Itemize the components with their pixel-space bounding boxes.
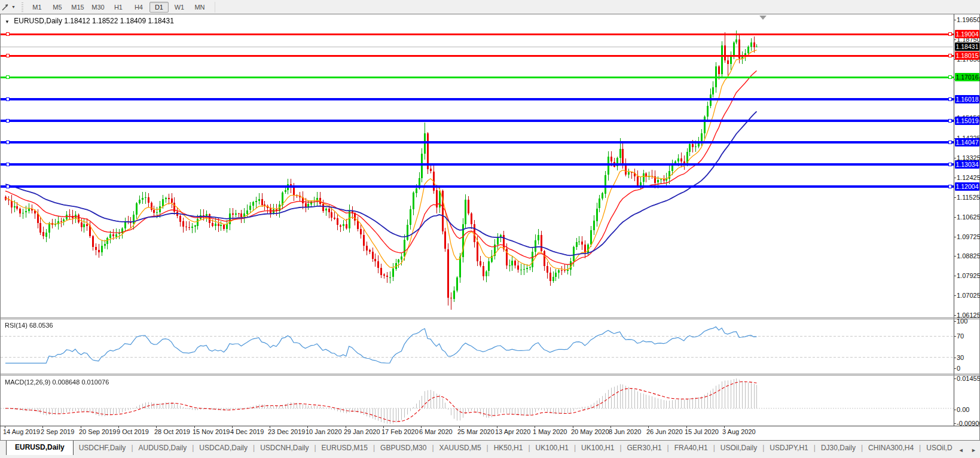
chart-tab-bar: EURUSD,DailyUSDCHF,Daily|AUDUSD,Daily|US… [0,441,980,455]
current-price-badge: 1.18431 [955,42,979,51]
tab-scroll-right-icon[interactable]: ► [971,447,976,453]
rsi-axis-tick [954,336,956,337]
date-label: 28 Oct 2019 [154,428,190,435]
rsi-axis-label: 100 [957,317,967,325]
price-axis-tick [954,276,956,276]
timeframe-button-m30[interactable]: M30 [88,2,108,13]
tab-eurusd-m15[interactable]: EURUSD,M15 [316,441,373,455]
macd-axis-label: -0.009001 [957,420,980,427]
price-axis-tick [954,197,956,198]
status-bar [0,455,980,458]
date-label: 2 Sep 2019 [41,428,74,435]
date-label: 10 Jan 2020 [306,428,342,435]
tab-fra40-h1[interactable]: FRA40,H1 [669,441,713,455]
tab-usoil-daily[interactable]: USOil,Daily [715,441,762,455]
price-axis-tick [954,39,956,40]
price-level-badge: 1.17016 [955,73,979,81]
tab-gbpusd-m30[interactable]: GBPUSD,M30 [375,441,432,455]
macd-axis-tick [954,423,956,424]
macd-indicator-canvas[interactable] [1,375,954,426]
chart-menu-icon[interactable]: ▼ [5,19,10,25]
cursor-tool-icon[interactable] [1,2,10,12]
price-axis-tick [954,256,956,257]
toolbar-grip[interactable] [22,2,23,12]
timeframe-button-w1[interactable]: W1 [170,2,189,13]
price-axis-divider [954,14,954,426]
panel-separator[interactable] [0,317,980,318]
timeframe-button-m1[interactable]: M1 [28,2,47,13]
price-tick-label: 1.11525 [957,194,980,201]
date-label: 20 May 2020 [571,428,609,435]
price-tick-label: 1.19650 [957,16,980,23]
date-label: 14 Aug 2019 [3,428,40,435]
rsi-axis-label: 30 [957,354,964,361]
rsi-label: RSI(14) 68.0536 [5,322,53,329]
date-label: 1 May 2020 [533,428,567,435]
timeframe-button-mn[interactable]: MN [190,2,209,13]
price-chart-canvas[interactable] [1,15,954,317]
date-label: 13 Apr 2020 [495,428,530,435]
macd-axis-label: 0.014556 [957,375,980,382]
chart-title: ▼ EURUSD,Daily 1.18412 1.18522 1.18409 1… [5,17,174,25]
tab-usdcad-daily[interactable]: USDCAD,Daily [194,441,253,455]
tab-usdjpy-h1[interactable]: USDJPY,H1 [764,441,813,455]
rsi-axis-tick [954,358,956,358]
rsi-axis-label: 70 [957,332,964,340]
tab-hk50-h1[interactable]: HK50,H1 [489,441,529,455]
panel-separator[interactable] [0,374,980,374]
timeframe-button-h1[interactable]: H1 [109,2,128,13]
date-label: 20 Sep 2019 [79,428,116,435]
rsi-axis-label: 0 [957,365,960,372]
tab-audusd-daily[interactable]: AUDUSD,Daily [133,441,193,455]
price-level-badge: 1.13034 [955,160,979,169]
macd-axis-tick [954,378,956,379]
macd-axis-label: 0.00 [957,406,969,413]
time-axis-line [0,426,980,426]
tab-usdcnh-daily[interactable]: USDCNH,Daily [255,441,314,455]
chart-symbol-label: EURUSD,Daily [14,17,62,25]
date-label: 15 Nov 2019 [193,428,230,435]
chart-ohlc-values: 1.18412 1.18522 1.18409 1.18431 [64,17,174,25]
timeframe-button-m5[interactable]: M5 [48,2,67,13]
tab-eurusd-daily[interactable]: EURUSD,Daily [6,441,74,455]
panel-separator[interactable] [0,319,980,319]
price-axis-tick [954,178,956,178]
date-label: 6 Mar 2020 [419,428,453,435]
tab-xauusd-m5[interactable]: XAUUSD,M5 [434,441,487,455]
date-label: 8 Jun 2020 [609,428,641,435]
price-axis-tick [954,158,956,158]
panel-separator[interactable] [0,375,980,375]
tab-uk100-h1[interactable]: UK100,H1 [576,441,619,455]
tab-ger30-h1[interactable]: GER30,H1 [622,441,667,455]
tab-china300-h4[interactable]: CHINA300,H4 [863,441,919,455]
tab-uk100-h1[interactable]: UK100,H1 [530,441,574,455]
tab-dj30-daily[interactable]: DJ30,Daily [816,441,861,455]
price-tick-label: 1.12425 [957,174,980,181]
price-axis-tick [954,295,956,296]
date-label: 25 Mar 2020 [457,428,494,435]
price-axis-tick [954,217,956,218]
tab-scroll-left-icon[interactable]: ◄ [958,447,964,453]
macd-label: MACD(12,26,9) 0.008648 0.010076 [5,378,109,386]
toolbar-divider [215,2,215,13]
price-axis-tick [954,315,956,316]
date-label: 23 Dec 2019 [268,428,305,435]
tab-usdchf-daily[interactable]: USDCHF,Daily [74,441,132,455]
date-label: 4 Dec 2019 [230,428,264,435]
price-level-badge: 1.12004 [955,182,979,191]
timeframe-button-h4[interactable]: H4 [129,2,148,13]
timeframe-button-d1[interactable]: D1 [149,2,169,13]
toolbar: ▼ M1M5M15M30H1H4D1W1MN [0,0,980,14]
cursor-dropdown-caret-icon[interactable]: ▼ [11,5,16,9]
price-level-badge: 1.19004 [955,30,979,38]
rsi-axis-tick [954,368,956,369]
price-level-badge: 1.16018 [955,95,979,103]
timeframe-button-m15[interactable]: M15 [68,2,87,13]
price-level-badge: 1.15019 [955,117,979,125]
price-tick-label: 1.10625 [957,213,980,221]
chart-tabs: EURUSD,DailyUSDCHF,Daily|AUDUSD,Daily|US… [0,441,958,455]
price-tick-label: 1.07025 [957,292,980,299]
rsi-indicator-canvas[interactable] [1,319,954,373]
price-tick-label: 1.09725 [957,233,980,240]
price-tick-label: 1.07925 [957,272,980,279]
